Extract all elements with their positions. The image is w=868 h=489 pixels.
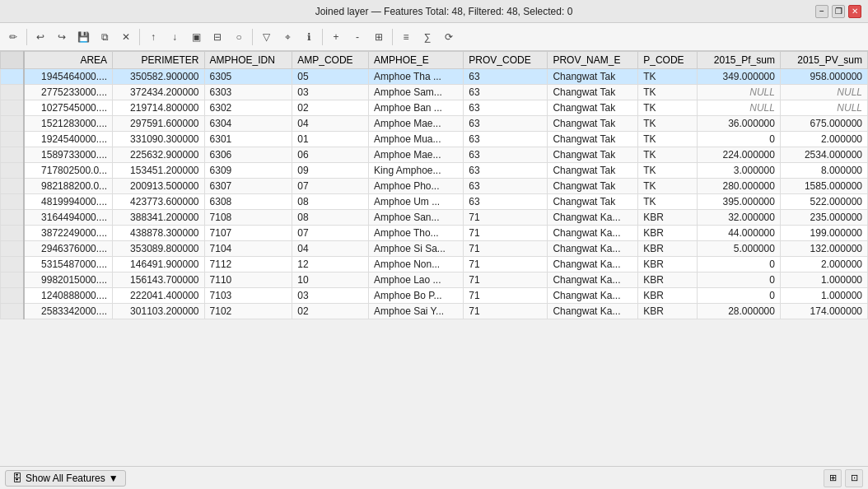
cell-prov_code: 71 [464,272,548,288]
cell-area: 717802500.0... [24,163,113,179]
col-header-rownum[interactable] [1,52,24,69]
cell-prov_code: 71 [464,210,548,226]
table-row[interactable]: 717802500.0...153451.200000630909King Am… [1,163,868,179]
cell-area: 1240888000.... [24,288,113,304]
cell-rownum [1,194,24,210]
table-row[interactable]: 2775233000....372434.200000630303Amphoe … [1,85,868,100]
cell-prov_nam_e: Changwat Ka... [548,210,638,226]
move-down-icon[interactable]: ↓ [165,27,184,47]
cell-perimeter: 297591.600000 [113,116,204,132]
table-row[interactable]: 4819994000....423773.600000630808Amphoe … [1,194,868,210]
stats-icon[interactable]: ∑ [418,27,437,47]
table-row[interactable]: 3164494000....388341.200000710808Amphoe … [1,210,868,226]
cell-amp_code: 04 [292,241,369,257]
cell-prov_code: 71 [464,257,548,272]
save-icon[interactable]: 💾 [73,27,93,47]
cell-p_code: KBR [638,288,698,304]
cell-amphoe_idn: 7103 [204,288,292,304]
cell-amphoe_e: Amphoe Non... [369,257,464,272]
copy-icon[interactable]: ⧉ [95,27,114,47]
filter-icon[interactable]: ▽ [256,27,276,47]
cell-pf_sum: 0 [698,257,781,272]
dock-undock-button[interactable]: ⊞ [824,469,842,487]
cell-amphoe_e: King Amphoe... [369,163,464,179]
cell-amp_code: 06 [292,147,369,163]
cell-prov_code: 63 [464,132,548,147]
cell-pv_sum: 1585.000000 [780,179,867,194]
cell-pf_sum: NULL [698,100,781,116]
cell-amphoe_e: Amphoe Mae... [369,147,464,163]
cell-pv_sum: 522.000000 [780,194,867,210]
col-header-amphoe_e[interactable]: AMPHOE_E [369,52,464,69]
edit-icon[interactable]: ✏ [3,27,23,47]
undo-icon[interactable]: ↩ [30,27,50,47]
table-row[interactable]: 3872249000....438878.300000710707Amphoe … [1,226,868,241]
cell-area: 2775233000.... [24,85,113,100]
table-row[interactable]: 982188200.0...200913.500000630707Amphoe … [1,179,868,194]
cell-prov_nam_e: Changwat Tak [548,147,638,163]
table-scroll[interactable]: AREAPERIMETERAMPHOE_IDNAMP_CODEAMPHOE_EP… [0,51,868,466]
col-header-perimeter[interactable]: PERIMETER [113,52,204,69]
cell-pf_sum: 280.000000 [698,179,781,194]
identify-icon[interactable]: ℹ [299,27,319,47]
cell-amphoe_idn: 6304 [204,116,292,132]
table-row[interactable]: 2583342000....301103.200000710202Amphoe … [1,304,868,319]
cell-p_code: TK [638,194,698,210]
table-row[interactable]: 9982015000....156143.700000711010Amphoe … [1,272,868,288]
col-header-p_code[interactable]: P_CODE [638,52,698,69]
cell-prov_nam_e: Changwat Tak [548,69,638,85]
col-header-amphoe_idn[interactable]: AMPHOE_IDN [204,52,292,69]
table-row[interactable]: 1924540000....331090.300000630101Amphoe … [1,132,868,147]
table-row[interactable]: 5315487000....146491.900000711212Amphoe … [1,257,868,272]
window-controls: − ❐ ✕ [815,5,861,18]
show-all-features-button[interactable]: 🗄 Show All Features ▼ [5,470,126,487]
cell-prov_code: 63 [464,179,548,194]
move-up-icon[interactable]: ↑ [143,27,163,47]
col-header-pf_sum[interactable]: 2015_Pf_sum [698,52,781,69]
delete-row-icon[interactable]: ✕ [116,27,136,47]
table-body: 1945464000....350582.900000630505Amphoe … [1,69,868,319]
table-row[interactable]: 1521283000....297591.600000630404Amphoe … [1,116,868,132]
cell-amphoe_idn: 7112 [204,257,292,272]
col-header-amp_code[interactable]: AMP_CODE [292,52,369,69]
table-row[interactable]: 1945464000....350582.900000630505Amphoe … [1,69,868,85]
cell-amp_code: 07 [292,226,369,241]
col-header-pv_sum[interactable]: 2015_PV_sum [780,52,867,69]
restore-button[interactable]: ❐ [832,5,845,18]
cell-pf_sum: 44.000000 [698,226,781,241]
cell-p_code: TK [638,132,698,147]
table-row[interactable]: 1027545000....219714.800000630202Amphoe … [1,100,868,116]
cell-area: 2583342000.... [24,304,113,319]
col-header-area[interactable]: AREA [24,52,113,69]
table-row[interactable]: 1589733000....225632.900000630606Amphoe … [1,147,868,163]
refresh-icon[interactable]: ⟳ [439,27,459,47]
cell-perimeter: 222041.400000 [113,288,204,304]
cell-amp_code: 08 [292,210,369,226]
cell-amp_code: 02 [292,304,369,319]
col-header-prov_code[interactable]: PROV_CODE [464,52,548,69]
cell-pv_sum: 174.000000 [780,304,867,319]
cell-perimeter: 423773.600000 [113,194,204,210]
select-all-icon[interactable]: ▣ [186,27,206,47]
stretch-button[interactable]: ⊡ [845,469,863,487]
minimize-button[interactable]: − [815,5,828,18]
table-row[interactable]: 1240888000....222041.400000710303Amphoe … [1,288,868,304]
col-header-prov_nam_e[interactable]: PROV_NAM_E [548,52,638,69]
delete-col-icon[interactable]: - [348,27,367,47]
table-props-icon[interactable]: ≡ [396,27,416,47]
cell-pf_sum: 349.000000 [698,69,781,85]
cell-pf_sum: 28.000000 [698,304,781,319]
open-calc-icon[interactable]: ⊞ [369,27,389,47]
new-col-icon[interactable]: + [326,27,346,47]
close-button[interactable]: ✕ [848,5,861,18]
cell-area: 1521283000.... [24,116,113,132]
cell-pf_sum: 32.000000 [698,210,781,226]
table-row[interactable]: 2946376000....353089.800000710404Amphoe … [1,241,868,257]
invert-sel-icon[interactable]: ⊟ [208,27,227,47]
cell-perimeter: 153451.200000 [113,163,204,179]
toolbar-separator [139,29,140,45]
deselect-icon[interactable]: ○ [229,27,249,47]
cell-rownum [1,304,24,319]
redo-icon[interactable]: ↪ [52,27,72,47]
zoom-selected-icon[interactable]: ⌖ [278,27,297,47]
